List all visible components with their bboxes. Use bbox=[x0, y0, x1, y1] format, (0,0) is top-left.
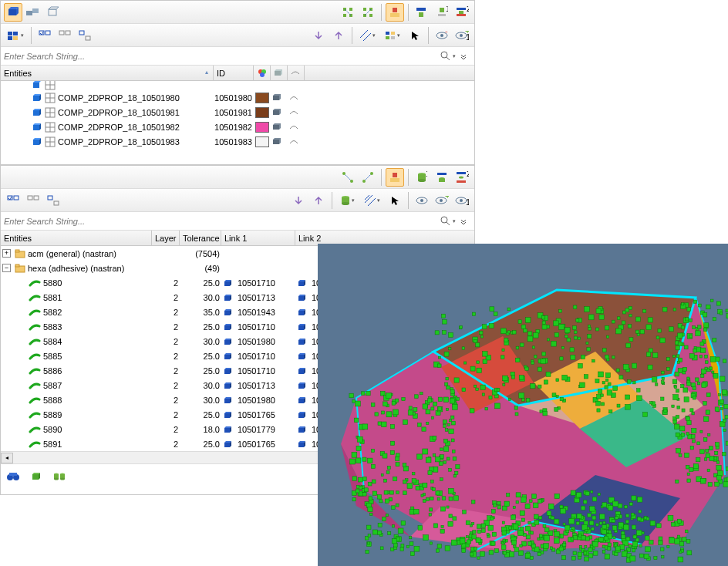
pattern-2-button[interactable] bbox=[359, 3, 377, 22]
svg-rect-1041 bbox=[678, 557, 683, 562]
table-row[interactable]: COMP_2DPROP_18_10501981 10501981 bbox=[1, 105, 474, 120]
model-viewport[interactable] bbox=[318, 244, 728, 566]
header-misc[interactable] bbox=[288, 66, 305, 80]
color-swatch[interactable] bbox=[255, 136, 269, 147]
table-row[interactable]: COMP_2DPROP_18_10501980 10501980 bbox=[1, 90, 474, 105]
multi-cube-button[interactable] bbox=[24, 3, 42, 22]
eye-minus-button[interactable]: - bbox=[433, 26, 451, 45]
eye-1-button[interactable]: 1 bbox=[453, 191, 471, 210]
table-row[interactable] bbox=[1, 81, 474, 90]
collapse-icon[interactable] bbox=[456, 49, 471, 64]
cyl-top-button[interactable] bbox=[433, 168, 451, 187]
cyl-1-button[interactable]: 1 bbox=[413, 168, 431, 187]
chk-2-button[interactable] bbox=[24, 191, 42, 210]
svg-rect-718 bbox=[683, 388, 688, 392]
pattern-btn-1[interactable] bbox=[339, 168, 357, 187]
hatch-dropdown-button[interactable]: ▾ bbox=[356, 26, 379, 45]
header-id[interactable]: ID bbox=[214, 66, 254, 80]
transparent-cube-button[interactable] bbox=[44, 3, 62, 22]
color-swatch[interactable] bbox=[255, 93, 269, 103]
eye-minus-2-button[interactable] bbox=[413, 191, 431, 210]
view-cube-button[interactable] bbox=[4, 3, 22, 22]
up-arrow-button[interactable] bbox=[309, 191, 328, 210]
svg-rect-892 bbox=[693, 396, 696, 399]
svg-rect-683 bbox=[446, 377, 449, 380]
pattern-1-button[interactable] bbox=[339, 3, 357, 22]
header-tolerance[interactable]: Tolerance bbox=[180, 231, 221, 245]
svg-rect-1099 bbox=[523, 533, 526, 536]
svg-rect-258 bbox=[608, 543, 612, 547]
eye-pm-2-button[interactable]: +/- bbox=[433, 191, 451, 210]
arrow-up-button[interactable] bbox=[329, 26, 348, 45]
search-icon-2[interactable]: ▾ bbox=[440, 214, 456, 229]
top-search-input[interactable] bbox=[4, 49, 440, 64]
arrow-down-button[interactable] bbox=[309, 26, 328, 45]
eye-plus-button[interactable]: +/-1 bbox=[453, 26, 471, 45]
header-mesh[interactable] bbox=[271, 66, 288, 80]
svg-rect-38 bbox=[391, 36, 395, 39]
svg-rect-979 bbox=[720, 312, 723, 315]
green-cube-icon[interactable] bbox=[27, 467, 46, 486]
pattern-btn-2[interactable] bbox=[359, 168, 377, 187]
svg-rect-1103 bbox=[543, 524, 546, 527]
svg-rect-953 bbox=[696, 457, 700, 462]
color-swatch[interactable] bbox=[255, 122, 269, 133]
svg-rect-662 bbox=[438, 356, 440, 359]
cylinder-dd-button[interactable]: ▾ bbox=[336, 191, 359, 210]
bottom-search-input[interactable] bbox=[4, 214, 440, 229]
binoculars-icon[interactable] bbox=[4, 467, 22, 486]
header-entities[interactable]: Entities▴ bbox=[1, 66, 214, 80]
cursor-button-2[interactable] bbox=[386, 191, 404, 210]
svg-rect-577 bbox=[409, 406, 412, 409]
header-layer[interactable]: Layer bbox=[152, 231, 180, 245]
mode-box-button[interactable] bbox=[386, 3, 404, 22]
svg-rect-571 bbox=[433, 436, 436, 440]
layer-blue-button[interactable] bbox=[413, 3, 431, 22]
chk-3-button[interactable] bbox=[44, 191, 62, 210]
svg-rect-966 bbox=[689, 354, 694, 359]
check-all-button[interactable] bbox=[35, 26, 54, 45]
row-layer: 2 bbox=[174, 381, 178, 390]
grid-icon bbox=[45, 122, 56, 133]
chk-1-button[interactable] bbox=[4, 191, 22, 210]
search-icon[interactable]: ▾ bbox=[440, 49, 456, 64]
header-link1[interactable]: Link 1 bbox=[221, 231, 295, 245]
svg-rect-574 bbox=[403, 419, 408, 424]
hatch-dd-button[interactable]: ▾ bbox=[361, 191, 384, 210]
grid-dropdown-button[interactable]: ▾ bbox=[381, 26, 404, 45]
down-arrow-button[interactable] bbox=[289, 191, 308, 210]
check-invert-button[interactable] bbox=[76, 26, 94, 45]
sel-mode-button[interactable] bbox=[386, 168, 404, 187]
row-link1: 10501779 bbox=[238, 425, 275, 434]
check-none-button[interactable] bbox=[56, 26, 74, 45]
svg-rect-407 bbox=[585, 545, 587, 547]
svg-rect-397 bbox=[502, 521, 504, 524]
svg-rect-951 bbox=[693, 300, 696, 303]
expand-button[interactable]: + bbox=[2, 249, 11, 258]
cursor-select-button[interactable] bbox=[406, 26, 424, 45]
svg-rect-946 bbox=[683, 367, 687, 371]
svg-rect-442 bbox=[383, 402, 387, 406]
svg-rect-924 bbox=[724, 405, 728, 409]
svg-rect-620 bbox=[503, 383, 505, 386]
table-row[interactable]: COMP_2DPROP_18_10501983 10501983 bbox=[1, 134, 474, 149]
collapse-icon-2[interactable] bbox=[456, 214, 471, 229]
table-row[interactable]: COMP_2DPROP_18_10501982 10501982 bbox=[1, 120, 474, 134]
svg-rect-814 bbox=[605, 355, 609, 359]
link-cube-icon bbox=[297, 278, 306, 288]
collapse-button[interactable]: − bbox=[2, 264, 11, 272]
svg-rect-634 bbox=[534, 355, 537, 359]
svg-rect-411 bbox=[534, 520, 539, 524]
layer-stack-button[interactable]: 2 bbox=[453, 3, 471, 22]
svg-rect-26 bbox=[13, 32, 18, 35]
svg-rect-570 bbox=[383, 453, 387, 458]
panels-dropdown-button[interactable]: ▾ bbox=[4, 26, 27, 45]
layer-green-button[interactable]: 1 bbox=[433, 3, 451, 22]
header-color[interactable] bbox=[254, 66, 271, 80]
header-entities-2[interactable]: Entities bbox=[1, 231, 152, 245]
color-swatch[interactable] bbox=[255, 107, 269, 118]
svg-rect-661 bbox=[587, 348, 591, 352]
scroll-left-button[interactable]: ◂ bbox=[1, 453, 13, 463]
green-cylinders-icon[interactable] bbox=[50, 467, 69, 486]
cyl-stack-button[interactable]: 2 bbox=[453, 168, 471, 187]
